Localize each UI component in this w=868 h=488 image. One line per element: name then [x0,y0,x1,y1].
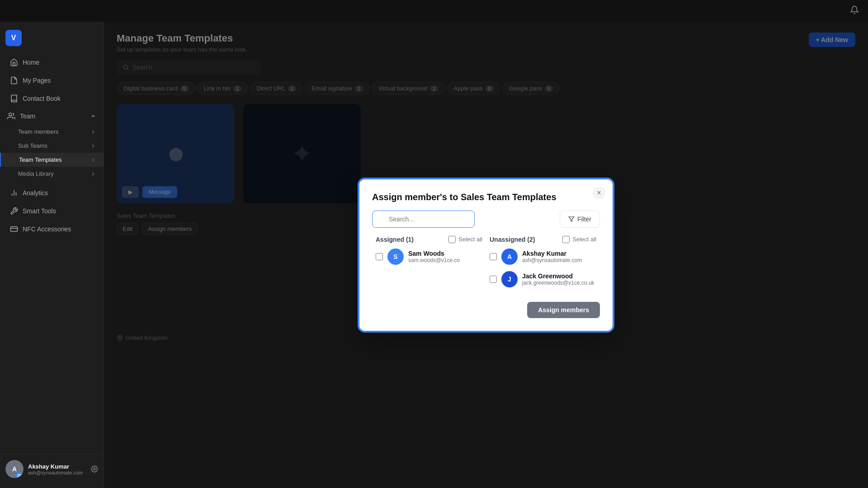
app-layout: V Home My Pages Contact Book [0,22,868,488]
sidebar-item-sub-teams[interactable]: Sub Teams [0,139,104,153]
sam-woods-checkbox[interactable] [376,253,383,260]
sidebar-team-header[interactable]: Team [0,108,104,125]
team-members-label: Team members [18,128,59,135]
settings-icon[interactable] [91,465,98,473]
nfc-icon [10,225,18,233]
tool-icon [10,207,18,215]
sidebar-item-home[interactable]: Home [3,54,101,71]
modal-search-row: Filter [372,211,600,228]
svg-marker-11 [569,216,574,221]
filter-icon [568,216,575,222]
sidebar-item-smart-tools[interactable]: Smart Tools [3,202,101,220]
user-name: Akshay Kumar [28,463,83,470]
modal-close-button[interactable]: × [593,187,605,199]
user-avatar: A 20 [5,460,24,478]
sidebar-sub-menu: Team members Sub Teams Team Templates Me… [0,125,104,181]
sidebar-item-media-library[interactable]: Media Library [0,167,104,181]
assigned-select-all-label: Select all [458,236,482,243]
member-sam-woods: S Sam Woods sam.woods@v1ce.co [376,249,482,265]
modal-search-input[interactable] [372,211,475,228]
member-akshay-kumar: A Akshay Kumar ash@synxautomate.com [490,249,596,265]
akshay-kumar-email: ash@synxautomate.com [522,257,582,263]
akshay-kumar-info: Akshay Kumar ash@synxautomate.com [522,250,582,263]
assigned-title: Assigned (1) [376,236,414,243]
chevron-right-icon-2 [90,143,96,149]
user-info: Akshay Kumar ash@synxautomate.com [28,463,83,475]
top-bar [0,0,868,22]
analytics-label: Analytics [23,189,48,197]
assign-members-submit-button[interactable]: Assign members [527,302,600,318]
sidebar-item-my-pages[interactable]: My Pages [3,72,101,89]
unassigned-col: Unassigned (2) Select all A Akshay Ku [486,236,600,294]
filter-button[interactable]: Filter [560,211,600,228]
sidebar-item-analytics[interactable]: Analytics [3,184,101,202]
jack-greenwood-name: Jack Greenwood [522,272,594,280]
svg-point-0 [9,113,12,116]
sam-woods-info: Sam Woods sam.woods@v1ce.co [408,250,460,263]
sidebar-item-my-pages-label: My Pages [23,77,51,84]
modal-search-wrap [372,211,555,228]
chevron-right-icon-4 [90,171,96,177]
sam-woods-name: Sam Woods [408,250,460,257]
jack-greenwood-info: Jack Greenwood jack.greenwoods@v1ce.co.u… [522,272,594,286]
book-icon [10,94,18,103]
sidebar: V Home My Pages Contact Book [0,22,104,488]
unassigned-select-all-checkbox[interactable] [562,236,570,243]
main-content: Manage Team Templates Set up templates s… [104,22,868,488]
assigned-col: Assigned (1) Select all S Sam Woods [372,236,486,294]
sam-woods-avatar: S [387,249,404,265]
chart-icon [10,189,18,197]
unassigned-col-header: Unassigned (2) Select all [490,236,596,243]
user-badge: 20 [15,473,24,478]
media-library-label: Media Library [18,170,54,177]
members-grid: Assigned (1) Select all S Sam Woods [372,236,600,294]
jack-greenwood-avatar: J [501,271,518,287]
modal-footer: Assign members [372,302,600,318]
sidebar-item-team-templates[interactable]: Team Templates [0,153,104,167]
sidebar-item-contact-book[interactable]: Contact Book [3,90,101,107]
sidebar-item-nfc-accessories[interactable]: NFC Accessories [3,221,101,238]
akshay-kumar-avatar: A [501,249,518,265]
jack-greenwood-checkbox[interactable] [490,276,497,283]
user-email: ash@synxautomate.com [28,470,83,475]
assigned-select-all[interactable]: Select all [448,236,482,243]
svg-rect-4 [11,227,18,232]
unassigned-title: Unassigned (2) [490,236,535,243]
member-jack-greenwood: J Jack Greenwood jack.greenwoods@v1ce.co… [490,271,596,287]
nfc-accessories-label: NFC Accessories [23,225,71,233]
svg-point-5 [94,468,95,470]
sidebar-user[interactable]: A 20 Akshay Kumar ash@synxautomate.com [0,454,104,483]
chevron-right-icon [90,129,96,135]
unassigned-select-all[interactable]: Select all [562,236,596,243]
smart-tools-label: Smart Tools [23,207,56,215]
team-icon [7,112,15,120]
team-label: Team [20,113,35,120]
jack-greenwood-email: jack.greenwoods@v1ce.co.uk [522,280,594,286]
modal-wrapper: Assign member's to Sales Team Templates … [104,22,868,488]
akshay-kumar-checkbox[interactable] [490,253,497,260]
sidebar-logo: V [5,30,22,46]
assigned-select-all-checkbox[interactable] [448,236,456,243]
assigned-col-header: Assigned (1) Select all [376,236,482,243]
akshay-kumar-name: Akshay Kumar [522,250,582,257]
assign-members-modal: Assign member's to Sales Team Templates … [359,179,613,331]
chevron-up-icon [90,113,96,119]
modal-title: Assign member's to Sales Team Templates [372,192,600,202]
team-templates-label: Team Templates [19,156,61,163]
unassigned-select-all-label: Select all [572,236,596,243]
sidebar-item-team-members[interactable]: Team members [0,125,104,139]
notification-icon[interactable] [850,5,859,16]
sam-woods-email: sam.woods@v1ce.co [408,257,460,263]
home-icon [10,58,18,66]
filter-label: Filter [577,216,591,223]
sidebar-item-contact-book-label: Contact Book [23,95,61,102]
sub-teams-label: Sub Teams [18,142,47,149]
file-icon [10,76,18,84]
chevron-right-icon-3 [90,157,96,163]
sidebar-item-home-label: Home [23,59,39,66]
